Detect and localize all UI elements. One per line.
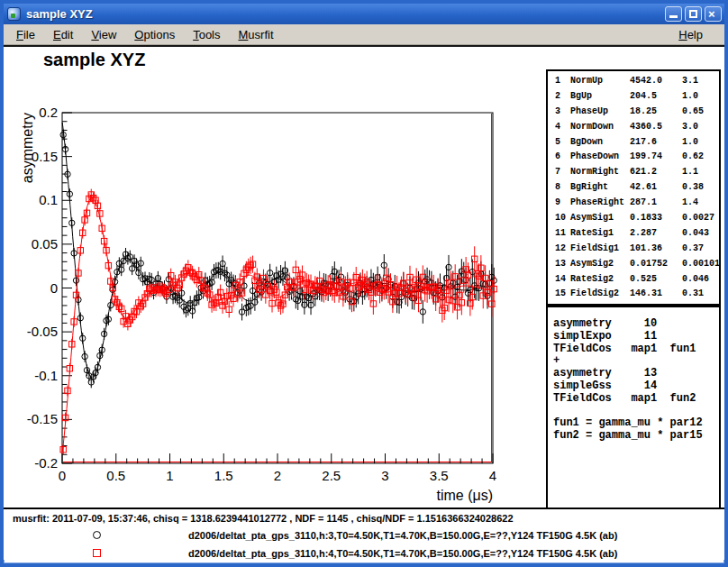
- param-name: FieldSig1: [570, 243, 630, 259]
- param-name: BgRight: [570, 182, 630, 197]
- titlebar[interactable]: sample XYZ ×: [4, 4, 724, 24]
- param-number: 10: [555, 213, 570, 228]
- param-value: 146.31: [630, 288, 682, 304]
- y-axis: -0.2-0.15-0.1-0.0500.050.10.150.2asymmet…: [20, 105, 72, 471]
- param-value: 0.01752: [630, 259, 682, 274]
- param-error: 1.1: [682, 167, 720, 182]
- root-canvas: sample XYZ 00.511.522.533.54time (μs)-0.…: [4, 45, 724, 560]
- param-error: 1.4: [682, 197, 720, 213]
- param-value: 0.525: [630, 274, 682, 289]
- param-error: 0.31: [682, 288, 720, 304]
- theory-text: asymmetry 10 simplExpo 11 TFieldCos map1…: [553, 318, 719, 443]
- param-value: 0.1833: [630, 213, 682, 228]
- param-error: 0.00101: [682, 259, 720, 274]
- param-name: NormDown: [570, 122, 630, 137]
- maximize-button[interactable]: [685, 6, 702, 22]
- menu-item-edit[interactable]: Edit: [48, 26, 78, 43]
- y-tick-label: 0.1: [39, 192, 58, 207]
- param-error: 0.046: [682, 274, 720, 289]
- x-tick-label: 3.5: [430, 468, 449, 483]
- param-value: 199.74: [630, 151, 682, 167]
- y-tick-label: 0.15: [32, 149, 58, 164]
- minimize-icon: [669, 15, 678, 18]
- x-tick-label: 2: [274, 468, 281, 483]
- param-number: 8: [555, 182, 570, 197]
- y-tick-label: -0.1: [34, 368, 58, 383]
- fit-line: [62, 123, 492, 378]
- menu-item-view[interactable]: View: [86, 26, 122, 43]
- maximize-icon: [689, 10, 697, 18]
- param-name: FieldSig2: [570, 288, 630, 304]
- x-tick-label: 1: [166, 468, 173, 483]
- param-error: 3.0: [682, 122, 720, 137]
- x-tick-label: 2.5: [322, 468, 341, 483]
- app-window: sample XYZ × FileEditViewOptionsToolsMus…: [0, 0, 728, 567]
- minimize-button[interactable]: [665, 6, 682, 22]
- param-value: 4360.5: [630, 122, 682, 137]
- param-number: 15: [555, 288, 570, 304]
- param-name: AsymSig1: [570, 213, 630, 228]
- y-tick-label: -0.05: [27, 324, 58, 339]
- x-tick-label: 0: [59, 468, 66, 483]
- param-number: 6: [555, 151, 570, 167]
- param-name: RateSig2: [570, 274, 630, 289]
- y-tick-label: 0.05: [32, 236, 58, 251]
- y-axis-title: asymmetry: [20, 113, 35, 183]
- param-name: BgUp: [570, 91, 630, 106]
- menu-item-tools[interactable]: Tools: [187, 26, 225, 43]
- status-text: musrfit: 2011-07-09, 15:37:46, chisq = 1…: [13, 513, 514, 524]
- x-axis: 00.511.522.533.54time (μs): [59, 453, 496, 503]
- plot-svg[interactable]: 00.511.522.533.54time (μs)-0.2-0.15-0.1-…: [4, 47, 544, 508]
- status-divider: [4, 508, 724, 509]
- x-tick-label: 1.5: [214, 468, 233, 483]
- param-number: 7: [555, 167, 570, 182]
- param-name: PhaseRight: [570, 197, 630, 213]
- close-button[interactable]: ×: [705, 6, 722, 22]
- window-title: sample XYZ: [26, 7, 662, 21]
- param-name: NormUp: [570, 76, 630, 91]
- param-value: 42.61: [630, 182, 682, 197]
- y-tick-label: 0: [50, 280, 58, 296]
- param-value: 2.287: [630, 228, 682, 243]
- param-number: 12: [555, 243, 570, 259]
- param-value: 287.1: [630, 197, 682, 213]
- legend-entry-label: d2006/deltat_pta_gps_3110,h:3,T0=4.50K,T…: [188, 530, 617, 541]
- parameter-table: 1NormUp4542.03.12BgUp204.51.03PhaseUp18.…: [546, 69, 721, 306]
- menu-item-help[interactable]: Help: [673, 26, 708, 43]
- param-number: 11: [555, 228, 570, 243]
- series-square: [60, 189, 496, 455]
- param-number: 5: [555, 137, 570, 152]
- theory-box: asymmetry 10 simplExpo 11 TFieldCos map1…: [546, 306, 721, 509]
- menubar: FileEditViewOptionsToolsMusrfit Help: [4, 24, 724, 45]
- param-error: 3.1: [682, 76, 720, 91]
- menu-item-musrfit[interactable]: Musrfit: [233, 26, 279, 43]
- legend-entry-label: d2006/deltat_pta_gps_3110,h:4,T0=4.50K,T…: [188, 548, 617, 559]
- param-name: RateSig1: [570, 228, 630, 243]
- close-icon: ×: [708, 7, 715, 22]
- y-tick-label: -0.2: [34, 455, 58, 471]
- menu-item-options[interactable]: Options: [129, 26, 180, 43]
- x-tick-label: 0.5: [106, 468, 125, 483]
- param-error: 0.0027: [682, 213, 720, 228]
- param-name: BgDown: [570, 137, 630, 152]
- menubar-left: FileEditViewOptionsToolsMusrfit: [11, 26, 287, 43]
- param-value: 101.36: [630, 243, 682, 259]
- param-number: 4: [555, 122, 570, 137]
- y-tick-label: -0.15: [27, 411, 58, 426]
- param-number: 14: [555, 274, 570, 289]
- menu-item-file[interactable]: File: [11, 26, 41, 43]
- param-name: PhaseUp: [570, 106, 630, 122]
- param-number: 3: [555, 106, 570, 122]
- param-number: 13: [555, 259, 570, 274]
- param-name: AsymSig2: [570, 259, 630, 274]
- param-number: 1: [555, 76, 570, 91]
- param-number: 2: [555, 91, 570, 106]
- x-tick-label: 4: [489, 468, 496, 483]
- x-tick-label: 3: [381, 468, 388, 483]
- param-name: NormRight: [570, 167, 630, 182]
- param-value: 217.6: [630, 137, 682, 152]
- series-circle: [60, 123, 496, 388]
- param-error: 1.0: [682, 91, 720, 106]
- app-icon: [7, 7, 21, 21]
- param-error: 0.37: [682, 243, 720, 259]
